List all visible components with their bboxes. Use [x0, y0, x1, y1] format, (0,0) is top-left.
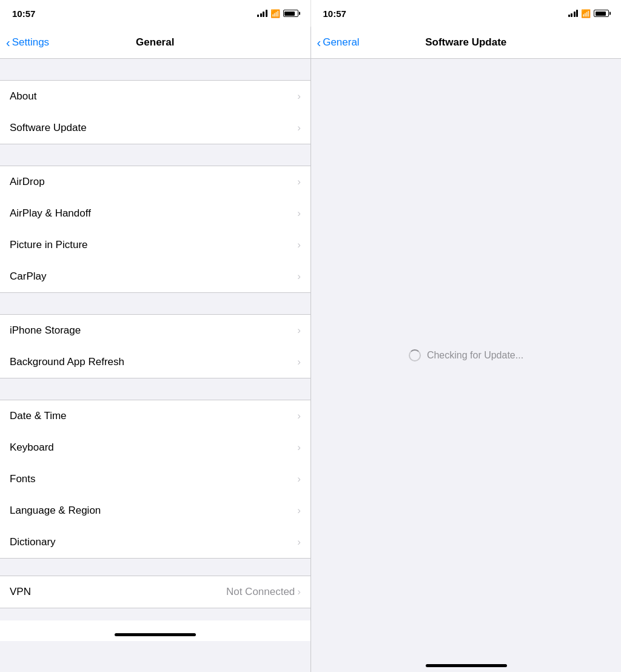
background-app-refresh-item[interactable]: Background App Refresh ›: [0, 346, 310, 378]
date-time-label: Date & Time: [10, 410, 67, 422]
group4-list: Date & Time › Keyboard › Fonts › Languag…: [0, 400, 310, 559]
picture-in-picture-chevron-icon: ›: [297, 239, 301, 251]
left-home-indicator: [115, 633, 196, 636]
date-time-chevron-icon: ›: [297, 410, 301, 422]
left-home-indicator-container: [0, 620, 310, 641]
about-chevron-icon: ›: [297, 90, 301, 102]
left-nav-bar: ‹ Settings General: [0, 27, 310, 58]
right-wifi-icon: 📶: [581, 9, 591, 18]
dictionary-item[interactable]: Dictionary ›: [0, 526, 310, 558]
nav-bar-row: ‹ Settings General ‹ General Software Up…: [0, 27, 621, 59]
settings-back-label: Settings: [12, 36, 49, 49]
iphone-storage-item[interactable]: iPhone Storage ›: [0, 315, 310, 346]
status-bar-row: 10:57 📶 10:57 📶: [0, 0, 621, 27]
language-region-chevron-icon: ›: [297, 505, 301, 517]
background-app-refresh-chevron-icon: ›: [297, 356, 301, 368]
picture-in-picture-item[interactable]: Picture in Picture ›: [0, 229, 310, 261]
checking-container: Checking for Update...: [409, 349, 523, 361]
software-update-panel: Checking for Update...: [310, 59, 621, 672]
left-status-icons: 📶: [257, 9, 298, 18]
back-chevron-icon: ‹: [6, 36, 10, 49]
left-nav-title: General: [136, 36, 174, 49]
general-back-label: General: [323, 36, 359, 49]
airdrop-item[interactable]: AirDrop ›: [0, 166, 310, 198]
right-back-chevron-icon: ‹: [317, 36, 321, 49]
group3-list: iPhone Storage › Background App Refresh …: [0, 314, 310, 378]
picture-in-picture-label: Picture in Picture: [10, 239, 88, 251]
dictionary-label: Dictionary: [10, 536, 56, 548]
group4-gap: [0, 378, 310, 400]
right-status-icons: 📶: [568, 9, 609, 18]
background-app-refresh-label: Background App Refresh: [10, 356, 124, 368]
carplay-right: ›: [297, 270, 301, 283]
airplay-handoff-item[interactable]: AirPlay & Handoff ›: [0, 198, 310, 229]
vpn-chevron-icon: ›: [297, 586, 301, 598]
settings-back-button[interactable]: ‹ Settings: [6, 36, 49, 49]
software-update-item[interactable]: Software Update ›: [0, 112, 310, 144]
iphone-storage-label: iPhone Storage: [10, 324, 81, 337]
about-label: About: [10, 90, 36, 102]
about-right: ›: [297, 90, 301, 102]
right-signal-icon: [568, 10, 579, 17]
fonts-label: Fonts: [10, 473, 36, 485]
language-region-label: Language & Region: [10, 505, 101, 517]
wifi-icon: 📶: [270, 9, 280, 18]
fonts-chevron-icon: ›: [297, 473, 301, 485]
date-time-right: ›: [297, 410, 301, 422]
right-home-indicator-container: [311, 651, 621, 672]
loading-spinner-icon: [409, 349, 421, 361]
airplay-handoff-chevron-icon: ›: [297, 207, 301, 220]
carplay-label: CarPlay: [10, 270, 46, 283]
airplay-handoff-label: AirPlay & Handoff: [10, 207, 91, 220]
vpn-right: Not Connected ›: [226, 586, 301, 598]
battery-icon: [283, 10, 298, 17]
signal-icon: [257, 10, 267, 17]
keyboard-chevron-icon: ›: [297, 442, 301, 454]
checking-text: Checking for Update...: [427, 350, 523, 361]
dictionary-chevron-icon: ›: [297, 536, 301, 548]
right-nav-title: Software Update: [425, 36, 506, 49]
right-status-bar: 10:57 📶: [310, 0, 622, 27]
group2-list: AirDrop › AirPlay & Handoff › Picture in…: [0, 166, 310, 293]
language-region-item[interactable]: Language & Region ›: [0, 495, 310, 526]
right-nav-bar: ‹ General Software Update: [310, 27, 622, 58]
update-content-area: Checking for Update...: [311, 59, 621, 651]
carplay-item[interactable]: CarPlay ›: [0, 261, 310, 292]
date-time-item[interactable]: Date & Time ›: [0, 400, 310, 432]
vpn-gap: [0, 559, 310, 570]
general-back-button[interactable]: ‹ General: [317, 36, 360, 49]
right-battery-icon: [594, 10, 609, 17]
software-update-chevron-icon: ›: [297, 122, 301, 134]
picture-in-picture-right: ›: [297, 239, 301, 251]
iphone-storage-right: ›: [297, 324, 301, 337]
group3-gap: [0, 293, 310, 314]
vpn-item[interactable]: VPN Not Connected ›: [0, 576, 310, 608]
airdrop-label: AirDrop: [10, 176, 45, 188]
right-time: 10:57: [323, 8, 346, 19]
group1-list: About › Software Update ›: [0, 80, 310, 144]
background-app-refresh-right: ›: [297, 356, 301, 368]
language-region-right: ›: [297, 505, 301, 517]
iphone-storage-chevron-icon: ›: [297, 324, 301, 337]
vpn-section: VPN Not Connected ›: [0, 576, 310, 608]
airplay-handoff-right: ›: [297, 207, 301, 220]
group1-gap: [0, 59, 310, 80]
airdrop-chevron-icon: ›: [297, 176, 301, 188]
software-update-label: Software Update: [10, 122, 87, 134]
fonts-item[interactable]: Fonts ›: [0, 463, 310, 495]
general-settings-panel: About › Software Update › AirDrop ›: [0, 59, 310, 672]
fonts-right: ›: [297, 473, 301, 485]
vpn-label: VPN: [10, 586, 31, 598]
carplay-chevron-icon: ›: [297, 270, 301, 283]
dictionary-right: ›: [297, 536, 301, 548]
keyboard-item[interactable]: Keyboard ›: [0, 432, 310, 463]
keyboard-right: ›: [297, 442, 301, 454]
main-content: About › Software Update › AirDrop ›: [0, 59, 621, 672]
group2-gap: [0, 144, 310, 166]
keyboard-label: Keyboard: [10, 442, 54, 454]
right-home-indicator: [426, 664, 507, 667]
airdrop-right: ›: [297, 176, 301, 188]
vpn-value: Not Connected: [226, 586, 295, 598]
left-time: 10:57: [12, 8, 35, 19]
about-item[interactable]: About ›: [0, 81, 310, 112]
